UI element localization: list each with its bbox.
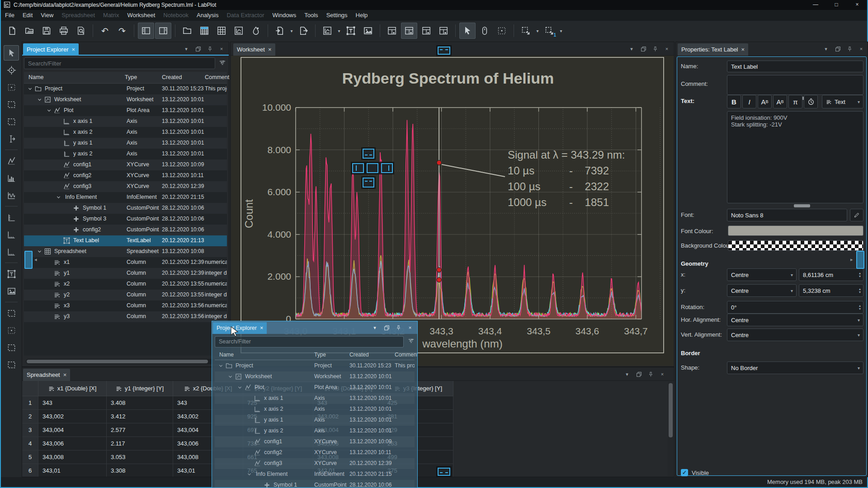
cell[interactable]: 343 [38, 396, 107, 410]
tool-box-b[interactable] [4, 323, 19, 338]
tool-zoom-selection[interactable] [4, 80, 19, 95]
close-icon[interactable]: × [71, 46, 75, 53]
tool-zoom-y-selection[interactable] [4, 114, 19, 129]
tree-row-x-axis-1[interactable]: x axis 1Axis13.12.2020 10:01 [24, 116, 227, 127]
vertical-scrollbar[interactable] [668, 381, 674, 476]
menu-analysis[interactable]: Analysis [193, 10, 222, 20]
font-colour-swatch[interactable] [728, 225, 863, 236]
menu-view[interactable]: View [37, 10, 57, 20]
cell[interactable]: 3.308 [107, 464, 173, 477]
vert-alignment-dropdown[interactable]: Centre▾ [727, 328, 863, 341]
tab-worksheet[interactable]: Worksheet× [233, 43, 275, 56]
dock-menu-icon[interactable]: ▾ [627, 44, 636, 54]
tree-row-config2[interactable]: config2XYCurve13.12.2020 10:11 [24, 170, 227, 181]
menu-worksheet[interactable]: Worksheet [123, 10, 159, 20]
zoom-select-tool-button[interactable] [494, 23, 510, 39]
tool-xy-function-curve[interactable] [4, 188, 19, 203]
background-colour-swatch[interactable] [728, 240, 863, 251]
new-matrix-button[interactable] [213, 23, 230, 39]
close-icon[interactable]: × [662, 44, 671, 54]
sheet-column-header-x1[interactable]: x1 {Double} [X] [38, 381, 107, 396]
new-project-button[interactable] [4, 23, 20, 39]
tree-row-y1[interactable]: y1Column20.12.2020 12:39integer da [24, 268, 227, 279]
tool-crosshair[interactable] [4, 62, 19, 78]
tree-row-config3[interactable]: config3XYCurve20.12.2020 12:39 [215, 458, 415, 469]
tool-box-c[interactable] [4, 340, 19, 355]
menu-file[interactable]: File [1, 10, 19, 20]
tree-row-info-element[interactable]: Info ElementInfoElement20.12.2020 21:15 [24, 192, 227, 203]
expander-icon[interactable] [47, 108, 52, 114]
menu-settings[interactable]: Settings [322, 10, 352, 20]
close-icon[interactable]: × [658, 369, 667, 379]
search-input[interactable] [24, 57, 215, 69]
tree-row-x-axis-2[interactable]: x axis 2Axis13.12.2020 10:01 [215, 404, 415, 415]
symbol-pi-button[interactable]: π [788, 95, 802, 108]
cell[interactable]: 343,004 [38, 423, 107, 437]
new-text-label-button[interactable] [343, 23, 359, 39]
pin-icon[interactable] [845, 44, 854, 54]
tree-row-worksheet[interactable]: WorksheetWorksheet13.12.2020 10:01 [24, 94, 227, 105]
grid-layout-button[interactable] [418, 23, 434, 39]
print-preview-button[interactable] [73, 23, 89, 39]
row-number[interactable]: 1 [22, 396, 38, 410]
rydberg-spectrum-plot[interactable]: Rydberg Spectrum of Helium02.0004.0006.0… [231, 56, 675, 367]
tool-axis-vertical[interactable] [4, 210, 19, 225]
menu-windows[interactable]: Windows [269, 10, 301, 20]
tree-row-config1[interactable]: config1XYCurve13.12.2020 10:09 [215, 436, 415, 447]
dock-menu-icon[interactable]: ▾ [623, 369, 632, 379]
tab-project-explorer[interactable]: Project Explorer× [23, 43, 79, 56]
cell[interactable]: 2.117 [107, 437, 173, 450]
tree-row-config1[interactable]: config1XYCurve13.12.2020 10:09 [24, 160, 227, 170]
maximize-button[interactable]: □ [826, 0, 846, 10]
filter-options-icon[interactable] [219, 59, 226, 68]
tool-axis-horizontal[interactable] [4, 227, 19, 242]
font-field[interactable]: Noto Sans 8 [727, 209, 847, 221]
tree-row-y2[interactable]: y2Column20.12.2020 13:55integer da [24, 290, 227, 300]
tree-row-x3[interactable]: x3Column20.12.2020 13:56numerical [24, 300, 227, 311]
horizontal-layout-button[interactable] [401, 23, 417, 39]
cell[interactable]: 343,008 [38, 450, 107, 464]
tree-row-x-axis-2[interactable]: x axis 2Axis13.12.2020 10:01 [24, 127, 227, 138]
tree-row-text-label[interactable]: Text LabelTextLabel20.12.2020 21:13 [24, 235, 227, 246]
pin-icon[interactable] [205, 44, 214, 54]
sheet-column-header[interactable] [22, 381, 38, 396]
break-layout-button[interactable] [435, 23, 452, 39]
tree-row-config2[interactable]: config2XYCurve13.12.2020 10:11 [215, 447, 415, 458]
filter-options-icon[interactable] [408, 338, 415, 346]
dock-menu-icon[interactable]: ▾ [370, 323, 379, 333]
comment-field[interactable] [727, 75, 863, 95]
row-number[interactable]: 6 [22, 464, 38, 477]
column-header-comment[interactable]: Comment [395, 352, 418, 358]
text-content-area[interactable]: Field ionisation: 900V Stark splitting: … [727, 111, 863, 203]
horizontal-scrollbar[interactable] [26, 359, 221, 364]
rotation-spinbox[interactable]: 0°▴▾ [727, 301, 863, 314]
close-button[interactable]: × [847, 0, 867, 10]
visible-checkbox[interactable]: ✓ [681, 469, 688, 476]
pin-icon[interactable] [651, 44, 660, 54]
select-tool-button[interactable] [459, 23, 476, 39]
pan-tool-button[interactable] [476, 23, 493, 39]
close-icon[interactable]: × [857, 44, 866, 54]
tab-spreadsheet[interactable]: Spreadsheet× [23, 369, 70, 381]
dock-menu-icon[interactable]: ▾ [182, 44, 191, 54]
x-value-spinbox[interactable]: 8,61136 cm▴▾ [799, 268, 863, 281]
pin-icon[interactable] [646, 369, 655, 379]
italic-button[interactable]: I [742, 95, 756, 108]
new-datapicker-button[interactable] [248, 23, 264, 39]
tree-row-plot[interactable]: PlotPlot Area13.12.2020 10:01 [24, 105, 227, 116]
tree-row-y-axis-2[interactable]: y axis 2Axis13.12.2020 10:01 [24, 149, 227, 160]
close-icon[interactable]: × [260, 325, 263, 331]
dock-menu-icon[interactable]: ▾ [821, 44, 830, 54]
cell[interactable]: 3.412 [107, 410, 173, 423]
export-button[interactable] [295, 23, 311, 39]
print-button[interactable] [56, 23, 72, 39]
zoom-select-button[interactable] [518, 23, 534, 39]
tree-row-x1[interactable]: x1Column20.12.2020 12:39numerical [24, 257, 227, 268]
tool-select[interactable] [4, 45, 19, 61]
row-number[interactable]: 2 [22, 410, 38, 423]
resize-grip[interactable] [794, 204, 810, 207]
menu-tools[interactable]: Tools [300, 10, 322, 20]
expander-icon[interactable] [237, 385, 242, 391]
column-header-type[interactable]: Type [125, 74, 137, 80]
row-number[interactable]: 3 [22, 423, 38, 437]
